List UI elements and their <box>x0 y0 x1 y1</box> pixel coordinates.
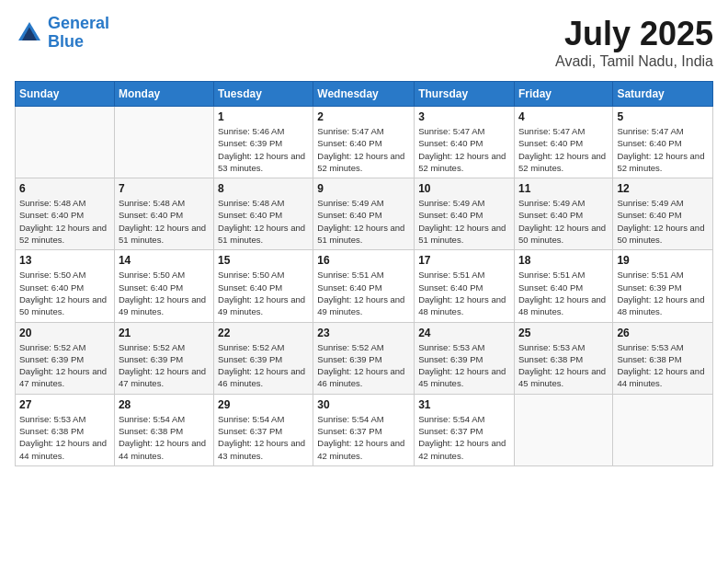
day-info: Sunrise: 5:52 AM Sunset: 6:39 PM Dayligh… <box>19 341 110 390</box>
day-number: 7 <box>119 182 210 195</box>
day-number: 23 <box>317 327 410 339</box>
calendar-table: SundayMondayTuesdayWednesdayThursdayFrid… <box>15 81 713 466</box>
day-info: Sunrise: 5:51 AM Sunset: 6:40 PM Dayligh… <box>418 269 510 317</box>
day-info: Sunrise: 5:48 AM Sunset: 6:40 PM Dayligh… <box>218 197 309 246</box>
day-number: 14 <box>119 254 210 267</box>
day-number: 22 <box>218 327 309 339</box>
weekday-header-tuesday: Tuesday <box>214 82 313 107</box>
week-row-2: 6Sunrise: 5:48 AM Sunset: 6:40 PM Daylig… <box>16 178 713 250</box>
day-info: Sunrise: 5:48 AM Sunset: 6:40 PM Dayligh… <box>119 197 210 246</box>
calendar-subtitle: Avadi, Tamil Nadu, India <box>555 53 713 70</box>
day-info: Sunrise: 5:54 AM Sunset: 6:37 PM Dayligh… <box>317 413 410 462</box>
day-number: 9 <box>317 182 410 195</box>
week-row-3: 13Sunrise: 5:50 AM Sunset: 6:40 PM Dayli… <box>16 250 713 322</box>
day-info: Sunrise: 5:53 AM Sunset: 6:38 PM Dayligh… <box>19 413 110 462</box>
calendar-cell <box>514 394 612 465</box>
day-number: 17 <box>418 254 510 267</box>
calendar-cell: 10Sunrise: 5:49 AM Sunset: 6:40 PM Dayli… <box>415 178 515 250</box>
calendar-cell: 18Sunrise: 5:51 AM Sunset: 6:40 PM Dayli… <box>514 250 612 322</box>
week-row-5: 27Sunrise: 5:53 AM Sunset: 6:38 PM Dayli… <box>16 394 713 465</box>
calendar-cell: 9Sunrise: 5:49 AM Sunset: 6:40 PM Daylig… <box>313 178 415 250</box>
day-info: Sunrise: 5:54 AM Sunset: 6:38 PM Dayligh… <box>119 413 210 462</box>
calendar-cell: 31Sunrise: 5:54 AM Sunset: 6:37 PM Dayli… <box>415 394 515 465</box>
calendar-cell: 14Sunrise: 5:50 AM Sunset: 6:40 PM Dayli… <box>114 250 213 322</box>
calendar-cell <box>613 394 713 465</box>
day-info: Sunrise: 5:47 AM Sunset: 6:40 PM Dayligh… <box>418 125 510 174</box>
day-number: 12 <box>617 182 709 195</box>
day-number: 18 <box>518 254 609 267</box>
calendar-cell: 25Sunrise: 5:53 AM Sunset: 6:38 PM Dayli… <box>514 322 612 394</box>
calendar-cell: 1Sunrise: 5:46 AM Sunset: 6:39 PM Daylig… <box>214 107 313 178</box>
calendar-cell: 16Sunrise: 5:51 AM Sunset: 6:40 PM Dayli… <box>313 250 415 322</box>
calendar-header: SundayMondayTuesdayWednesdayThursdayFrid… <box>16 82 713 107</box>
svg-rect-2 <box>25 34 34 40</box>
weekday-header-monday: Monday <box>114 82 213 107</box>
weekday-header-thursday: Thursday <box>415 82 515 107</box>
day-info: Sunrise: 5:47 AM Sunset: 6:40 PM Dayligh… <box>518 125 609 174</box>
calendar-cell: 2Sunrise: 5:47 AM Sunset: 6:40 PM Daylig… <box>313 107 415 178</box>
calendar-cell: 24Sunrise: 5:53 AM Sunset: 6:39 PM Dayli… <box>415 322 515 394</box>
calendar-cell: 15Sunrise: 5:50 AM Sunset: 6:40 PM Dayli… <box>214 250 313 322</box>
day-info: Sunrise: 5:53 AM Sunset: 6:38 PM Dayligh… <box>518 341 609 390</box>
day-info: Sunrise: 5:46 AM Sunset: 6:39 PM Dayligh… <box>218 125 309 174</box>
logo-line1: General <box>48 15 109 33</box>
weekday-header-wednesday: Wednesday <box>313 82 415 107</box>
logo-icon <box>15 18 44 48</box>
logo-text: General Blue <box>48 15 109 52</box>
day-info: Sunrise: 5:50 AM Sunset: 6:40 PM Dayligh… <box>218 269 309 317</box>
calendar-cell: 7Sunrise: 5:48 AM Sunset: 6:40 PM Daylig… <box>114 178 213 250</box>
day-info: Sunrise: 5:50 AM Sunset: 6:40 PM Dayligh… <box>119 269 210 317</box>
title-block: July 2025 Avadi, Tamil Nadu, India <box>555 15 713 70</box>
calendar-cell: 22Sunrise: 5:52 AM Sunset: 6:39 PM Dayli… <box>214 322 313 394</box>
day-info: Sunrise: 5:53 AM Sunset: 6:38 PM Dayligh… <box>617 341 709 390</box>
weekday-header-saturday: Saturday <box>613 82 713 107</box>
logo: General Blue <box>15 15 109 52</box>
day-number: 11 <box>518 182 609 195</box>
calendar-cell: 28Sunrise: 5:54 AM Sunset: 6:38 PM Dayli… <box>114 394 213 465</box>
week-row-1: 1Sunrise: 5:46 AM Sunset: 6:39 PM Daylig… <box>16 107 713 178</box>
day-info: Sunrise: 5:52 AM Sunset: 6:39 PM Dayligh… <box>317 341 410 390</box>
week-row-4: 20Sunrise: 5:52 AM Sunset: 6:39 PM Dayli… <box>16 322 713 394</box>
calendar-cell <box>114 107 213 178</box>
day-number: 26 <box>617 327 709 339</box>
day-info: Sunrise: 5:48 AM Sunset: 6:40 PM Dayligh… <box>19 197 110 246</box>
calendar-cell: 11Sunrise: 5:49 AM Sunset: 6:40 PM Dayli… <box>514 178 612 250</box>
day-number: 25 <box>518 327 609 339</box>
weekday-header-sunday: Sunday <box>16 82 115 107</box>
calendar-body: 1Sunrise: 5:46 AM Sunset: 6:39 PM Daylig… <box>16 107 713 466</box>
calendar-title: July 2025 <box>555 15 713 53</box>
day-number: 6 <box>19 182 110 195</box>
calendar-cell <box>16 107 115 178</box>
page-header: General Blue July 2025 Avadi, Tamil Nadu… <box>15 15 713 70</box>
day-number: 30 <box>317 398 410 411</box>
day-number: 28 <box>119 398 210 411</box>
calendar-cell: 21Sunrise: 5:52 AM Sunset: 6:39 PM Dayli… <box>114 322 213 394</box>
day-info: Sunrise: 5:53 AM Sunset: 6:39 PM Dayligh… <box>418 341 510 390</box>
calendar-cell: 6Sunrise: 5:48 AM Sunset: 6:40 PM Daylig… <box>16 178 115 250</box>
day-info: Sunrise: 5:49 AM Sunset: 6:40 PM Dayligh… <box>518 197 609 246</box>
day-number: 27 <box>19 398 110 411</box>
calendar-cell: 30Sunrise: 5:54 AM Sunset: 6:37 PM Dayli… <box>313 394 415 465</box>
day-number: 24 <box>418 327 510 339</box>
calendar-cell: 23Sunrise: 5:52 AM Sunset: 6:39 PM Dayli… <box>313 322 415 394</box>
day-info: Sunrise: 5:49 AM Sunset: 6:40 PM Dayligh… <box>317 197 410 246</box>
calendar-cell: 20Sunrise: 5:52 AM Sunset: 6:39 PM Dayli… <box>16 322 115 394</box>
day-number: 29 <box>218 398 309 411</box>
calendar-cell: 8Sunrise: 5:48 AM Sunset: 6:40 PM Daylig… <box>214 178 313 250</box>
day-info: Sunrise: 5:52 AM Sunset: 6:39 PM Dayligh… <box>218 341 309 390</box>
weekday-header-row: SundayMondayTuesdayWednesdayThursdayFrid… <box>16 82 713 107</box>
calendar-cell: 17Sunrise: 5:51 AM Sunset: 6:40 PM Dayli… <box>415 250 515 322</box>
day-info: Sunrise: 5:54 AM Sunset: 6:37 PM Dayligh… <box>418 413 510 462</box>
calendar-cell: 13Sunrise: 5:50 AM Sunset: 6:40 PM Dayli… <box>16 250 115 322</box>
day-number: 16 <box>317 254 410 267</box>
calendar-cell: 3Sunrise: 5:47 AM Sunset: 6:40 PM Daylig… <box>415 107 515 178</box>
day-number: 2 <box>317 110 410 123</box>
day-number: 3 <box>418 110 510 123</box>
day-number: 31 <box>418 398 510 411</box>
day-info: Sunrise: 5:47 AM Sunset: 6:40 PM Dayligh… <box>617 125 709 174</box>
day-number: 21 <box>119 327 210 339</box>
day-info: Sunrise: 5:51 AM Sunset: 6:40 PM Dayligh… <box>518 269 609 317</box>
day-number: 13 <box>19 254 110 267</box>
logo-line2: Blue <box>48 33 109 52</box>
calendar-cell: 4Sunrise: 5:47 AM Sunset: 6:40 PM Daylig… <box>514 107 612 178</box>
